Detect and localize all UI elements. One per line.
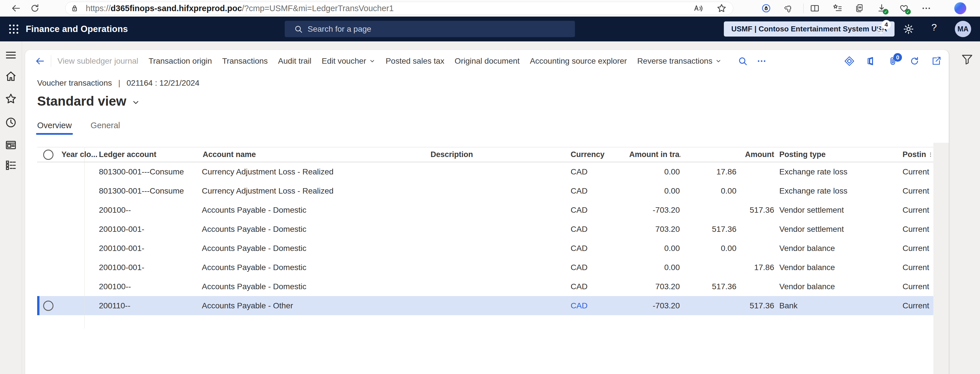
cell-amount[interactable]: 17.86 (680, 162, 737, 181)
cell-amount[interactable]: 17.86 (737, 258, 775, 277)
row-select-cell[interactable] (37, 200, 59, 220)
cell-amount-in-transaction[interactable]: 703.20 (627, 277, 680, 296)
table-row[interactable]: 200100--Accounts Payable - DomesticCAD-7… (37, 200, 934, 220)
cell-posting-type[interactable]: Vendor balance (775, 277, 898, 296)
cell-description[interactable] (429, 277, 569, 296)
grid-cell[interactable] (59, 162, 97, 181)
filter-funnel-icon[interactable] (961, 53, 974, 66)
cell-amount[interactable]: 517.36 (680, 277, 737, 296)
search-input[interactable] (308, 25, 536, 34)
app-launcher-waffle-icon[interactable] (8, 23, 20, 35)
cell-amount[interactable] (680, 296, 737, 315)
cell-amount[interactable]: 517.36 (737, 200, 775, 220)
cell-amount-in-transaction[interactable]: 0.00 (627, 181, 680, 200)
cell-account-name[interactable]: Accounts Payable - Domestic (200, 277, 429, 296)
cell-posting-layer[interactable]: Current (898, 220, 934, 239)
refresh-icon[interactable] (909, 56, 920, 66)
cell-posting-type[interactable]: Vendor settlement (775, 200, 898, 220)
cell-posting-layer[interactable]: Current (898, 296, 934, 315)
cell-amount[interactable] (680, 258, 737, 277)
action-original-document[interactable]: Original document (455, 57, 519, 66)
more-commands-icon[interactable] (756, 56, 767, 66)
cell-posting-type[interactable]: Vendor balance (775, 258, 898, 277)
page-back-icon[interactable] (35, 56, 45, 66)
breadcrumb-page[interactable]: Voucher transactions (37, 79, 112, 88)
row-select-cell[interactable] (37, 181, 59, 200)
cell-amount[interactable]: 0.00 (680, 239, 737, 258)
cell-amount[interactable]: 517.36 (680, 220, 737, 239)
col-amount-in-transaction[interactable]: Amount in tra... (627, 147, 680, 162)
action-posted-sales-tax[interactable]: Posted sales tax (386, 57, 444, 66)
browser-settings-more-icon[interactable] (921, 3, 931, 13)
cell-posting-type[interactable]: Vendor settlement (775, 220, 898, 239)
cell-posting-type[interactable]: Bank (775, 296, 898, 315)
favorite-star-icon[interactable] (716, 3, 727, 13)
grid-cell[interactable] (59, 258, 97, 277)
hamburger-menu-icon[interactable] (5, 49, 17, 61)
col-amount[interactable]: Amount (737, 147, 775, 162)
cell-description[interactable] (429, 296, 569, 315)
table-row[interactable]: 200100--Accounts Payable - DomesticCAD70… (37, 277, 934, 296)
cell-posting-layer[interactable]: Current (898, 181, 934, 200)
cell-posting-layer[interactable]: Current (898, 239, 934, 258)
select-all-checkbox[interactable] (37, 147, 59, 162)
col-description[interactable]: Description (429, 147, 569, 162)
cell-amount[interactable]: 0.00 (680, 181, 737, 200)
column-options-icon[interactable] (928, 150, 934, 160)
grid-cell[interactable] (59, 239, 97, 258)
cell-currency[interactable]: CAD (569, 162, 627, 181)
view-title[interactable]: Standard view (37, 94, 140, 109)
cell-description[interactable] (429, 239, 569, 258)
user-avatar[interactable]: MA (955, 21, 971, 37)
cell-ledger-account[interactable]: 200100-001- (97, 258, 200, 277)
grid-cell[interactable] (59, 277, 97, 296)
row-select-cell[interactable] (37, 277, 59, 296)
cell-ledger-account[interactable]: 200100-- (97, 277, 200, 296)
cell-account-name[interactable]: Accounts Payable - Domestic (200, 220, 429, 239)
cell-amount[interactable] (680, 200, 737, 220)
cell-ledger-account[interactable]: 200110-- (97, 296, 200, 315)
cell-ledger-account[interactable]: 200100-001- (97, 239, 200, 258)
action-transactions[interactable]: Transactions (222, 57, 267, 66)
col-ledger-account[interactable]: Ledger account (97, 147, 200, 162)
cell-amount[interactable] (737, 277, 775, 296)
cell-currency[interactable]: CAD (569, 181, 627, 200)
cell-ledger-account[interactable]: 200100-- (97, 200, 200, 220)
table-row[interactable]: 801300-001---ConsumeCurrency Adjustment … (37, 181, 934, 200)
cell-amount-in-transaction[interactable]: -703.20 (627, 296, 680, 315)
table-row[interactable]: 200100-001-Accounts Payable - DomesticCA… (37, 239, 934, 258)
settings-gear-icon[interactable] (903, 24, 914, 35)
tab-general[interactable]: General (91, 121, 120, 135)
cell-amount[interactable] (737, 220, 775, 239)
cell-account-name[interactable]: Accounts Payable - Domestic (200, 200, 429, 220)
grid-cell[interactable] (59, 200, 97, 220)
grid-scrollbar-gutter[interactable] (934, 143, 949, 374)
cell-amount[interactable] (737, 162, 775, 181)
action-reverse-transactions[interactable]: Reverse transactions (637, 57, 722, 66)
col-posting-layer[interactable]: Posting (898, 147, 934, 162)
table-row[interactable]: 801300-001---ConsumeCurrency Adjustment … (37, 162, 934, 181)
action-accounting-source-explorer[interactable]: Accounting source explorer (530, 57, 627, 66)
cell-ledger-account[interactable]: 801300-001---Consume (97, 181, 200, 200)
cell-posting-type[interactable]: Vendor balance (775, 239, 898, 258)
open-in-new-window-icon[interactable] (931, 56, 942, 66)
table-row[interactable]: 200100-001-Accounts Payable - DomesticCA… (37, 220, 934, 239)
tab-overview[interactable]: Overview (37, 121, 72, 135)
action-search-icon[interactable] (738, 56, 748, 66)
table-row[interactable]: 200100-001-Accounts Payable - DomesticCA… (37, 258, 934, 277)
cell-description[interactable] (429, 220, 569, 239)
grid-cell[interactable] (59, 181, 97, 200)
action-edit-voucher[interactable]: Edit voucher (321, 57, 375, 66)
cell-currency[interactable]: CAD (569, 258, 627, 277)
cell-ledger-account[interactable]: 200100-001- (97, 220, 200, 239)
col-account-name[interactable]: Account name (200, 147, 429, 162)
cell-amount-in-transaction[interactable]: -703.20 (627, 200, 680, 220)
collections-icon[interactable] (832, 3, 843, 13)
cell-posting-layer[interactable]: Current (898, 258, 934, 277)
cell-posting-type[interactable]: Exchange rate loss (775, 162, 898, 181)
table-row[interactable]: 200110--Accounts Payable - OtherCAD-703.… (37, 296, 934, 315)
favorites-star-icon[interactable] (5, 92, 17, 105)
cell-account-name[interactable]: Currency Adjustment Loss - Realized (200, 162, 429, 181)
cell-amount[interactable]: 517.36 (737, 296, 775, 315)
col-year-closed[interactable]: Year clo... (59, 147, 97, 162)
